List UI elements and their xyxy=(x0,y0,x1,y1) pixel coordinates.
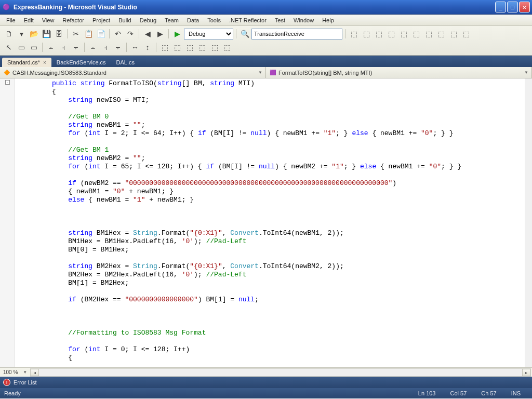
menu-help[interactable]: Help xyxy=(318,16,338,25)
align-right-button[interactable]: ⫟ xyxy=(70,42,82,53)
start-debug-button[interactable]: ▶ xyxy=(171,28,183,39)
menu-refactor[interactable]: Refactor xyxy=(58,16,88,25)
spacing-button[interactable]: ↔ xyxy=(129,42,141,53)
tool-button[interactable]: ⬚ xyxy=(159,42,170,53)
tab-backendservice[interactable]: BackEndService.cs xyxy=(51,58,111,67)
code-editor[interactable]: public string FormatToISO(string[] BM, s… xyxy=(15,78,532,367)
copy-button[interactable]: 📋 xyxy=(83,28,94,39)
vertical-scrollbar[interactable] xyxy=(525,78,532,367)
toolbar-row-2: ↖ ▭ ▭ ⫠ ⫞ ⫟ ⫠ ⫞ ⫟ ↔ ↕ ⬚ ⬚ ⬚ ⬚ ⬚ ⬚ xyxy=(1,41,531,54)
search-input[interactable] xyxy=(251,29,342,39)
menu-build[interactable]: Build xyxy=(114,16,135,25)
tool-button[interactable]: ⬚ xyxy=(398,28,409,39)
tool-button[interactable]: ⬚ xyxy=(209,42,220,53)
menu-file[interactable]: File xyxy=(2,16,20,25)
undo-button[interactable]: ↶ xyxy=(112,28,124,39)
close-tab-icon[interactable]: × xyxy=(43,60,46,65)
menu-view[interactable]: View xyxy=(38,16,59,25)
save-all-button[interactable]: 🗄 xyxy=(53,28,64,39)
chevron-down-icon: ▼ xyxy=(258,70,262,75)
nav-fwd-button[interactable]: ▶ xyxy=(154,28,166,39)
error-list-bar[interactable]: ! Error List xyxy=(0,377,532,388)
tool-button[interactable]: ⬚ xyxy=(184,42,195,53)
separator xyxy=(84,43,85,52)
add-item-button[interactable]: ▾ xyxy=(16,28,27,39)
close-button[interactable]: × xyxy=(519,2,530,12)
tool-button[interactable]: ⬚ xyxy=(361,28,372,39)
tool-button[interactable]: ⬚ xyxy=(410,28,422,39)
member-label: FormatToISO(string[] BM, string MTI) xyxy=(278,70,372,76)
separator xyxy=(236,29,236,38)
nav-dropdowns: 🔶 CASH.Messaging.ISO8583.Standard ▼ 🟪 Fo… xyxy=(0,67,532,78)
tool-button[interactable]: ⬚ xyxy=(348,28,360,39)
tab-label: DAL.cs xyxy=(116,59,135,65)
member-dropdown[interactable]: 🟪 FormatToISO(string[] BM, string MTI) ▼ xyxy=(266,67,532,78)
menu-bar: File Edit View Refactor Project Build De… xyxy=(0,15,532,26)
outline-gutter[interactable]: - xyxy=(0,78,15,367)
class-dropdown[interactable]: 🔶 CASH.Messaging.ISO8583.Standard ▼ xyxy=(0,67,266,78)
tool-button[interactable]: ⬚ xyxy=(171,42,183,53)
zoom-level[interactable]: 100 % xyxy=(0,369,21,375)
menu-tools[interactable]: Tools xyxy=(203,16,225,25)
find-button[interactable]: 🔍 xyxy=(239,28,250,39)
config-dropdown[interactable]: Debug xyxy=(184,29,233,39)
error-icon: ! xyxy=(3,379,10,386)
tool-button[interactable]: ⬚ xyxy=(435,28,447,39)
layout-button[interactable]: ▭ xyxy=(16,42,27,53)
nav-back-button[interactable]: ◀ xyxy=(142,28,153,39)
align-middle-button[interactable]: ⫞ xyxy=(100,42,111,53)
class-label: CASH.Messaging.ISO8583.Standard xyxy=(12,70,107,76)
align-top-button[interactable]: ⫠ xyxy=(87,42,99,53)
tab-dal[interactable]: DAL.cs xyxy=(111,58,140,67)
tool-button[interactable]: ⬚ xyxy=(373,28,384,39)
menu-test[interactable]: Test xyxy=(271,16,289,25)
spacing-button[interactable]: ↕ xyxy=(142,42,153,53)
menu-window[interactable]: Window xyxy=(289,16,318,25)
tool-button[interactable]: ⬚ xyxy=(448,28,459,39)
layout-button[interactable]: ▭ xyxy=(28,42,39,53)
menu-debug[interactable]: Debug xyxy=(136,16,161,25)
tool-button[interactable]: ⬚ xyxy=(221,42,233,53)
menu-data[interactable]: Data xyxy=(183,16,203,25)
toolbar-row-1: 🗋 ▾ 📂 💾 🗄 ✂ 📋 📄 ↶ ↷ ◀ ▶ ▶ Debug 🔍 ⬚ ⬚ ⬚ … xyxy=(1,27,531,41)
status-bar: Ready Ln 103 Col 57 Ch 57 INS xyxy=(0,388,532,398)
tab-standard[interactable]: Standard.cs* × xyxy=(2,58,51,67)
scroll-right-icon[interactable]: ▸ xyxy=(522,369,530,376)
separator xyxy=(126,43,127,52)
status-line: Ln 103 xyxy=(411,390,443,396)
horizontal-scrollbar[interactable]: ◂ ▸ xyxy=(30,368,531,377)
menu-project[interactable]: Project xyxy=(88,16,114,25)
tool-button[interactable]: ⬚ xyxy=(460,28,472,39)
editor-area: - public string FormatToISO(string[] BM,… xyxy=(0,78,532,367)
tool-button[interactable]: ⬚ xyxy=(196,42,208,53)
separator xyxy=(156,43,156,52)
menu-team[interactable]: Team xyxy=(161,16,183,25)
collapse-icon[interactable]: - xyxy=(5,80,10,85)
separator xyxy=(109,29,110,38)
open-button[interactable]: 📂 xyxy=(28,28,39,39)
new-project-button[interactable]: 🗋 xyxy=(3,28,15,39)
scroll-left-icon[interactable]: ◂ xyxy=(31,369,39,376)
align-center-button[interactable]: ⫞ xyxy=(58,42,69,53)
minimize-button[interactable]: _ xyxy=(495,2,506,12)
zoom-dropdown-icon[interactable]: ▼ xyxy=(21,370,29,375)
paste-button[interactable]: 📄 xyxy=(95,28,107,39)
status-ready: Ready xyxy=(4,390,21,396)
save-button[interactable]: 💾 xyxy=(41,28,52,39)
status-col: Col 57 xyxy=(443,390,474,396)
redo-button[interactable]: ↷ xyxy=(125,28,136,39)
align-bottom-button[interactable]: ⫟ xyxy=(112,42,124,53)
status-ch: Ch 57 xyxy=(474,390,503,396)
tool-button[interactable]: ⬚ xyxy=(423,28,434,39)
align-left-button[interactable]: ⫠ xyxy=(45,42,57,53)
menu-netreflector[interactable]: .NET Reflector xyxy=(225,16,271,25)
document-tabs: Standard.cs* × BackEndService.cs DAL.cs xyxy=(0,56,532,67)
menu-edit[interactable]: Edit xyxy=(20,16,38,25)
separator xyxy=(42,43,43,52)
cut-button[interactable]: ✂ xyxy=(70,28,82,39)
tool-button[interactable]: ⬚ xyxy=(385,28,397,39)
tab-label: BackEndService.cs xyxy=(57,59,106,65)
pointer-button[interactable]: ↖ xyxy=(3,42,15,53)
maximize-button[interactable]: □ xyxy=(507,2,518,12)
editor-footer: 100 % ▼ ◂ ▸ xyxy=(0,367,532,377)
